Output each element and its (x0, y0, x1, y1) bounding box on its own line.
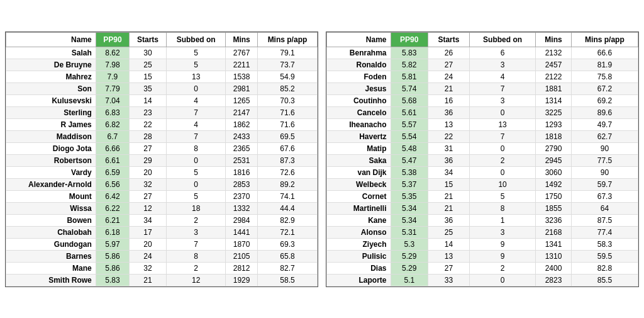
player-name: Kane (327, 214, 391, 226)
player-name: Mount (6, 190, 96, 202)
player-name: Kulusevski (6, 94, 96, 106)
player-name: Matip (327, 142, 391, 154)
stat-cell: 3060 (536, 166, 572, 178)
pp90-value: 5.86 (96, 262, 129, 274)
table2-col-mins: Mins (536, 32, 572, 47)
table-row: Ziyech5.3149134158.3 (327, 238, 638, 250)
table-row: Ronaldo5.82273245781.9 (327, 59, 638, 71)
stat-cell: 1816 (226, 166, 258, 178)
stat-cell: 49.7 (571, 118, 638, 130)
stat-cell: 90 (571, 166, 638, 178)
table-row: Smith Rowe5.832112192958.5 (6, 274, 318, 286)
stat-cell: 27 (130, 190, 167, 202)
stat-cell: 29 (130, 154, 167, 166)
stat-cell: 87.3 (257, 154, 317, 166)
stat-cell: 27 (428, 59, 469, 71)
stat-cell: 21 (428, 190, 469, 202)
table-row: Mount6.42275237074.1 (6, 190, 318, 202)
player-name: Barnes (6, 250, 96, 262)
stat-cell: 27 (428, 262, 469, 274)
pp90-value: 8.62 (96, 47, 129, 59)
stat-cell: 58.5 (257, 274, 317, 286)
stat-cell: 36 (428, 154, 469, 166)
stat-cell: 0 (469, 106, 535, 118)
stat-cell: 1310 (536, 250, 572, 262)
stat-cell: 5 (167, 59, 226, 71)
stat-cell: 75.8 (571, 71, 638, 82)
pp90-value: 6.83 (96, 106, 129, 118)
stat-cell: 71.6 (257, 118, 317, 130)
stat-cell: 2433 (226, 130, 258, 142)
pp90-value: 6.61 (96, 154, 129, 166)
pp90-value: 7.98 (96, 59, 129, 71)
table-row: Mahrez7.91513153854.9 (6, 71, 318, 82)
tables-wrapper: Name PP90 Starts Subbed on Mins Mins p/a… (5, 31, 639, 287)
stat-cell: 5 (167, 190, 226, 202)
stat-cell: 15 (428, 178, 469, 190)
stat-cell: 1341 (536, 238, 572, 250)
stat-cell: 35 (130, 82, 167, 94)
player-name: Bowen (6, 214, 96, 226)
table2-col-subbed: Subbed on (469, 32, 535, 47)
stat-cell: 69.3 (257, 238, 317, 250)
table-row: Pulisic5.29139131059.5 (327, 250, 638, 262)
table-row: Alonso5.31253216877.4 (327, 226, 638, 238)
stat-cell: 32 (130, 262, 167, 274)
stat-cell: 2790 (536, 142, 572, 154)
table-row: Sterling6.83237214771.6 (6, 106, 318, 118)
stat-cell: 2945 (536, 154, 572, 166)
player-name: Ronaldo (327, 59, 391, 71)
stat-cell: 8 (469, 202, 535, 214)
pp90-value: 5.29 (391, 262, 428, 274)
stat-cell: 7 (167, 238, 226, 250)
player-name: Maddison (6, 130, 96, 142)
player-name: Mahrez (6, 71, 96, 82)
pp90-value: 6.82 (96, 118, 129, 130)
player-name: Ziyech (327, 238, 391, 250)
pp90-value: 7.79 (96, 82, 129, 94)
pp90-value: 5.97 (96, 238, 129, 250)
player-name: Laporte (327, 274, 391, 286)
stat-cell: 13 (167, 71, 226, 82)
stat-cell: 22 (130, 118, 167, 130)
stat-cell: 2 (469, 154, 535, 166)
player-name: Martinelli (327, 202, 391, 214)
stat-cell: 15 (130, 71, 167, 82)
table2-col-pp90: PP90 (391, 32, 428, 47)
table-row: Wissa6.221218133244.4 (6, 202, 318, 214)
stat-cell: 5 (167, 47, 226, 59)
pp90-value: 5.34 (391, 202, 428, 214)
stat-cell: 25 (428, 226, 469, 238)
stat-cell: 1 (469, 214, 535, 226)
stat-cell: 30 (130, 47, 167, 59)
pp90-value: 7.9 (96, 71, 129, 82)
table-row: Jesus5.74217188167.2 (327, 82, 638, 94)
stat-cell: 20 (130, 166, 167, 178)
pp90-value: 5.74 (391, 82, 428, 94)
pp90-value: 6.59 (96, 166, 129, 178)
stat-cell: 16 (428, 94, 469, 106)
stat-cell: 2105 (226, 250, 258, 262)
stat-cell: 2211 (226, 59, 258, 71)
stat-cell: 89.2 (257, 178, 317, 190)
stat-cell: 85.5 (571, 274, 638, 286)
stat-cell: 25 (130, 59, 167, 71)
pp90-value: 6.56 (96, 178, 129, 190)
table2-container: Name PP90 Starts Subbed on Mins Mins p/a… (326, 31, 639, 287)
stat-cell: 1818 (536, 130, 572, 142)
stat-cell: 21 (130, 274, 167, 286)
stat-cell: 67.6 (257, 142, 317, 154)
stat-cell: 10 (469, 178, 535, 190)
stat-cell: 4 (167, 118, 226, 130)
pp90-value: 6.66 (96, 142, 129, 154)
stat-cell: 9 (469, 238, 535, 250)
stat-cell: 2168 (536, 226, 572, 238)
player-name: Dias (327, 262, 391, 274)
stat-cell: 2457 (536, 59, 572, 71)
stat-cell: 0 (167, 178, 226, 190)
stat-cell: 6 (469, 47, 535, 59)
stat-cell: 8 (167, 250, 226, 262)
stat-cell: 2767 (226, 47, 258, 59)
stat-cell: 7 (469, 82, 535, 94)
table-row: De Bruyne7.98255221173.7 (6, 59, 318, 71)
